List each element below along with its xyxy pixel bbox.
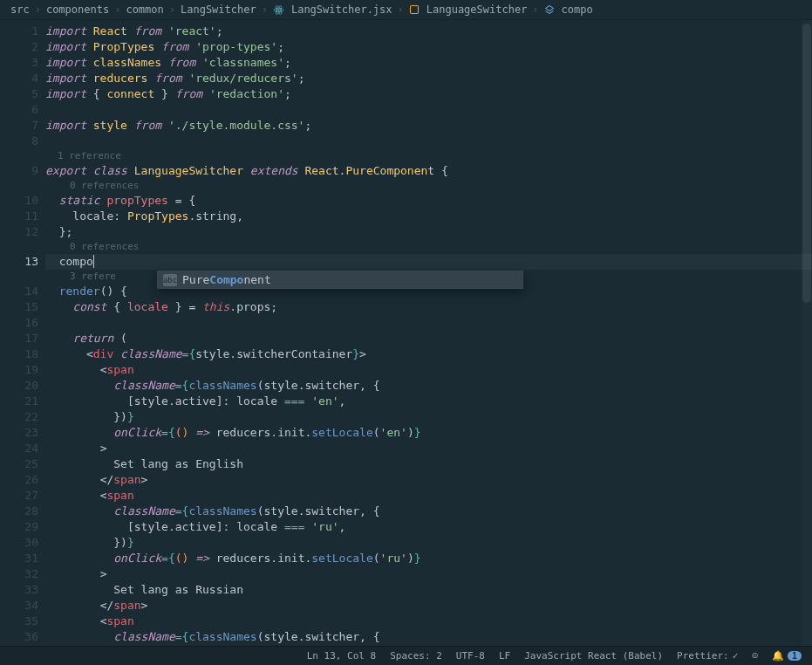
check-icon: ✓ — [733, 650, 739, 662]
typed-text: compo — [59, 255, 94, 268]
status-notifications[interactable]: 🔔1 — [772, 650, 802, 662]
status-cursor-position[interactable]: Ln 13, Col 8 — [307, 650, 376, 662]
field-symbol-icon — [544, 4, 555, 15]
statusbar: Ln 13, Col 8 Spaces: 2 UTF-8 LF JavaScri… — [0, 646, 812, 665]
codelens-references[interactable]: 0 references — [45, 179, 812, 193]
autocomplete-item[interactable]: abc PureComponent — [158, 271, 522, 288]
status-feedback[interactable]: ☺ — [752, 650, 758, 662]
codelens-references[interactable]: 0 references — [45, 240, 812, 254]
breadcrumb[interactable]: src › components › common › LangSwitcher… — [0, 0, 812, 20]
breadcrumb-symbol[interactable]: compo — [562, 3, 593, 16]
smile-icon: ☺ — [752, 650, 758, 662]
status-eol[interactable]: LF — [499, 650, 510, 662]
autocomplete-label: PureComponent — [182, 273, 271, 286]
codelens-references[interactable]: 1 reference — [45, 149, 812, 163]
vertical-scrollbar[interactable] — [802, 20, 812, 646]
status-language[interactable]: JavaScript React (Babel) — [524, 650, 663, 662]
status-prettier[interactable]: Prettier: ✓ — [677, 650, 738, 662]
breadcrumb-item[interactable]: LangSwitcher — [181, 3, 256, 16]
code-content[interactable]: import React from 'react'; import PropTy… — [45, 20, 812, 646]
chevron-right-icon: › — [35, 3, 41, 16]
notification-count: 1 — [788, 651, 802, 661]
autocomplete-popup[interactable]: abc PureComponent — [157, 271, 523, 289]
svg-rect-4 — [410, 6, 418, 14]
class-symbol-icon — [409, 4, 420, 15]
breadcrumb-item[interactable]: src — [10, 3, 30, 16]
status-encoding[interactable]: UTF-8 — [456, 650, 485, 662]
breadcrumb-file[interactable]: LangSwitcher.jsx — [291, 3, 392, 16]
chevron-right-icon: › — [169, 3, 175, 16]
react-file-icon — [273, 4, 284, 16]
svg-point-0 — [277, 9, 279, 10]
chevron-right-icon: › — [398, 3, 404, 16]
chevron-right-icon: › — [532, 3, 538, 16]
text-kind-icon: abc — [163, 274, 177, 286]
chevron-right-icon: › — [114, 3, 120, 16]
line-number-gutter[interactable]: 12345678 9 101112 13 1415161718192021222… — [0, 20, 45, 646]
scrollbar-thumb[interactable] — [802, 24, 811, 303]
breadcrumb-item[interactable]: common — [126, 3, 163, 16]
bell-icon: 🔔 — [772, 650, 784, 662]
chevron-right-icon: › — [262, 3, 268, 16]
breadcrumb-symbol[interactable]: LanguageSwitcher — [426, 3, 528, 16]
editor[interactable]: 12345678 9 101112 13 1415161718192021222… — [0, 20, 812, 646]
breadcrumb-item[interactable]: components — [46, 3, 109, 16]
status-indentation[interactable]: Spaces: 2 — [390, 650, 442, 662]
